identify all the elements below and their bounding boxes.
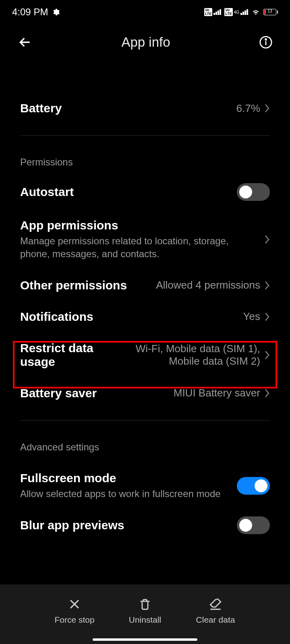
sim1-indicator: VoLTE bbox=[204, 8, 221, 16]
other-permissions-row[interactable]: Other permissions Allowed 4 permissions bbox=[20, 270, 270, 301]
battery-icon: 13 bbox=[263, 9, 278, 15]
chevron-right-icon bbox=[264, 103, 270, 113]
status-left: 4:09 PM bbox=[12, 6, 60, 18]
status-time: 4:09 PM bbox=[12, 6, 48, 18]
row-title: Battery saver bbox=[20, 386, 166, 400]
bottom-action-bar: Force stop Uninstall Clear data bbox=[0, 584, 290, 644]
network-label: 4G bbox=[234, 10, 239, 14]
volte-icon: VoLTE bbox=[204, 8, 212, 16]
fullscreen-mode-row[interactable]: Fullscreen mode Allow selected apps to w… bbox=[20, 459, 270, 504]
row-title: Blur app previews bbox=[20, 518, 230, 532]
status-bar: 4:09 PM VoLTE VoLTE 4G 13 bbox=[0, 0, 290, 24]
chevron-right-icon bbox=[264, 312, 270, 322]
autostart-row[interactable]: Autostart bbox=[20, 174, 270, 210]
volte-icon: VoLTE bbox=[224, 8, 232, 16]
page-title: App info bbox=[121, 35, 170, 50]
row-title: Restrict data usage bbox=[20, 341, 124, 369]
row-value: Allowed 4 permissions bbox=[156, 279, 260, 291]
back-button[interactable] bbox=[16, 33, 34, 51]
signal-icon bbox=[213, 9, 221, 15]
trash-icon bbox=[138, 597, 152, 611]
app-permissions-row[interactable]: App permissions Manage permissions relat… bbox=[20, 210, 270, 270]
row-title: Notifications bbox=[20, 310, 236, 324]
sim2-indicator: VoLTE 4G bbox=[224, 8, 248, 16]
close-icon bbox=[68, 597, 81, 611]
action-label: Force stop bbox=[54, 615, 94, 625]
row-title: Autostart bbox=[20, 185, 230, 199]
notifications-row[interactable]: Notifications Yes bbox=[20, 301, 270, 332]
chevron-right-icon bbox=[264, 235, 270, 244]
row-value: Wi-Fi, Mobile data (SIM 1), Mobile data … bbox=[131, 343, 260, 367]
section-header-advanced: Advanced settings bbox=[20, 432, 270, 459]
home-indicator[interactable] bbox=[93, 638, 197, 641]
clear-data-button[interactable]: Clear data bbox=[189, 597, 242, 625]
info-button[interactable] bbox=[258, 34, 274, 50]
signal-icon bbox=[240, 9, 248, 15]
autostart-toggle[interactable] bbox=[237, 183, 270, 201]
restrict-data-usage-row[interactable]: Restrict data usage Wi-Fi, Mobile data (… bbox=[20, 332, 270, 378]
action-label: Uninstall bbox=[129, 615, 162, 625]
row-title: Other permissions bbox=[20, 279, 149, 292]
uninstall-button[interactable]: Uninstall bbox=[119, 597, 171, 625]
svg-point-2 bbox=[265, 39, 267, 40]
row-value: MIUI Battery saver bbox=[174, 387, 260, 399]
wifi-icon bbox=[251, 8, 260, 17]
battery-saver-row[interactable]: Battery saver MIUI Battery saver bbox=[20, 378, 270, 409]
eraser-icon bbox=[209, 597, 222, 611]
row-desc: Manage permissions related to location, … bbox=[20, 235, 257, 261]
row-title: Battery bbox=[20, 101, 229, 115]
row-title: Fullscreen mode bbox=[20, 471, 230, 485]
row-value: Yes bbox=[243, 310, 260, 323]
battery-row[interactable]: Battery 6.7% bbox=[20, 93, 270, 124]
status-right: VoLTE VoLTE 4G 13 bbox=[204, 8, 278, 17]
blur-toggle[interactable] bbox=[237, 516, 270, 534]
row-title: App permissions bbox=[20, 219, 257, 232]
app-header: App info bbox=[0, 24, 290, 60]
chevron-right-icon bbox=[264, 388, 270, 398]
divider bbox=[20, 135, 270, 136]
row-value: 6.7% bbox=[236, 102, 260, 115]
fullscreen-toggle[interactable] bbox=[237, 477, 270, 495]
blur-previews-row[interactable]: Blur app previews bbox=[20, 504, 270, 538]
section-header-permissions: Permissions bbox=[20, 147, 270, 174]
row-desc: Allow selected apps to work in fullscree… bbox=[20, 487, 230, 500]
battery-percent: 13 bbox=[264, 9, 276, 13]
force-stop-button[interactable]: Force stop bbox=[48, 597, 101, 625]
chevron-right-icon bbox=[264, 281, 270, 290]
gear-icon bbox=[52, 8, 60, 16]
action-label: Clear data bbox=[196, 615, 235, 625]
divider bbox=[20, 420, 270, 421]
chevron-right-icon bbox=[264, 350, 270, 360]
